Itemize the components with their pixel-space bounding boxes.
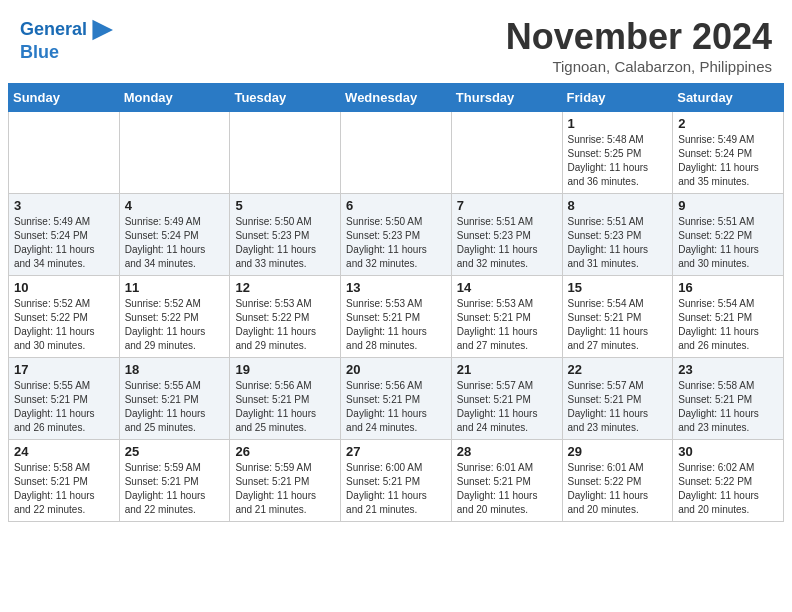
weekday-header: Wednesday [341,84,452,112]
day-number: 22 [568,362,668,377]
day-info: Sunrise: 5:48 AM Sunset: 5:25 PM Dayligh… [568,133,668,189]
calendar-cell [451,112,562,194]
day-number: 13 [346,280,446,295]
day-info: Sunrise: 5:51 AM Sunset: 5:22 PM Dayligh… [678,215,778,271]
weekday-row: SundayMondayTuesdayWednesdayThursdayFrid… [9,84,784,112]
day-number: 30 [678,444,778,459]
day-info: Sunrise: 5:49 AM Sunset: 5:24 PM Dayligh… [125,215,225,271]
day-number: 19 [235,362,335,377]
day-info: Sunrise: 5:52 AM Sunset: 5:22 PM Dayligh… [125,297,225,353]
logo: General Blue [20,16,113,63]
day-number: 3 [14,198,114,213]
day-info: Sunrise: 5:49 AM Sunset: 5:24 PM Dayligh… [678,133,778,189]
day-info: Sunrise: 6:00 AM Sunset: 5:21 PM Dayligh… [346,461,446,517]
day-info: Sunrise: 5:55 AM Sunset: 5:21 PM Dayligh… [14,379,114,435]
day-number: 16 [678,280,778,295]
day-info: Sunrise: 6:01 AM Sunset: 5:22 PM Dayligh… [568,461,668,517]
day-number: 5 [235,198,335,213]
calendar-cell: 23Sunrise: 5:58 AM Sunset: 5:21 PM Dayli… [673,358,784,440]
calendar-cell: 16Sunrise: 5:54 AM Sunset: 5:21 PM Dayli… [673,276,784,358]
logo-icon [89,16,113,44]
calendar-cell: 19Sunrise: 5:56 AM Sunset: 5:21 PM Dayli… [230,358,341,440]
day-info: Sunrise: 5:53 AM Sunset: 5:21 PM Dayligh… [457,297,557,353]
calendar-week-row: 1Sunrise: 5:48 AM Sunset: 5:25 PM Daylig… [9,112,784,194]
calendar-cell: 5Sunrise: 5:50 AM Sunset: 5:23 PM Daylig… [230,194,341,276]
weekday-header: Thursday [451,84,562,112]
day-number: 18 [125,362,225,377]
day-number: 24 [14,444,114,459]
day-number: 7 [457,198,557,213]
logo-text: General [20,20,87,40]
calendar-cell: 30Sunrise: 6:02 AM Sunset: 5:22 PM Dayli… [673,440,784,522]
calendar-table: SundayMondayTuesdayWednesdayThursdayFrid… [8,83,784,522]
calendar-header: SundayMondayTuesdayWednesdayThursdayFrid… [9,84,784,112]
calendar-cell: 20Sunrise: 5:56 AM Sunset: 5:21 PM Dayli… [341,358,452,440]
calendar-week-row: 17Sunrise: 5:55 AM Sunset: 5:21 PM Dayli… [9,358,784,440]
calendar-cell: 29Sunrise: 6:01 AM Sunset: 5:22 PM Dayli… [562,440,673,522]
calendar-cell: 15Sunrise: 5:54 AM Sunset: 5:21 PM Dayli… [562,276,673,358]
day-number: 27 [346,444,446,459]
day-number: 26 [235,444,335,459]
day-info: Sunrise: 5:50 AM Sunset: 5:23 PM Dayligh… [346,215,446,271]
day-info: Sunrise: 5:59 AM Sunset: 5:21 PM Dayligh… [235,461,335,517]
calendar-cell: 9Sunrise: 5:51 AM Sunset: 5:22 PM Daylig… [673,194,784,276]
day-number: 1 [568,116,668,131]
calendar-cell: 7Sunrise: 5:51 AM Sunset: 5:23 PM Daylig… [451,194,562,276]
day-number: 11 [125,280,225,295]
calendar-wrapper: SundayMondayTuesdayWednesdayThursdayFrid… [0,83,792,530]
location: Tignoan, Calabarzon, Philippines [506,58,772,75]
title-section: November 2024 Tignoan, Calabarzon, Phili… [506,16,772,75]
day-number: 20 [346,362,446,377]
day-info: Sunrise: 5:58 AM Sunset: 5:21 PM Dayligh… [678,379,778,435]
calendar-week-row: 3Sunrise: 5:49 AM Sunset: 5:24 PM Daylig… [9,194,784,276]
calendar-cell: 25Sunrise: 5:59 AM Sunset: 5:21 PM Dayli… [119,440,230,522]
weekday-header: Tuesday [230,84,341,112]
day-number: 9 [678,198,778,213]
day-number: 4 [125,198,225,213]
day-info: Sunrise: 5:58 AM Sunset: 5:21 PM Dayligh… [14,461,114,517]
calendar-cell [119,112,230,194]
calendar-cell: 3Sunrise: 5:49 AM Sunset: 5:24 PM Daylig… [9,194,120,276]
calendar-cell: 27Sunrise: 6:00 AM Sunset: 5:21 PM Dayli… [341,440,452,522]
day-number: 21 [457,362,557,377]
calendar-cell: 8Sunrise: 5:51 AM Sunset: 5:23 PM Daylig… [562,194,673,276]
day-number: 14 [457,280,557,295]
day-number: 28 [457,444,557,459]
weekday-header: Sunday [9,84,120,112]
day-number: 15 [568,280,668,295]
calendar-cell [341,112,452,194]
month-title: November 2024 [506,16,772,58]
calendar-cell: 17Sunrise: 5:55 AM Sunset: 5:21 PM Dayli… [9,358,120,440]
calendar-cell: 14Sunrise: 5:53 AM Sunset: 5:21 PM Dayli… [451,276,562,358]
day-number: 6 [346,198,446,213]
day-info: Sunrise: 5:51 AM Sunset: 5:23 PM Dayligh… [568,215,668,271]
calendar-cell: 2Sunrise: 5:49 AM Sunset: 5:24 PM Daylig… [673,112,784,194]
calendar-week-row: 24Sunrise: 5:58 AM Sunset: 5:21 PM Dayli… [9,440,784,522]
calendar-body: 1Sunrise: 5:48 AM Sunset: 5:25 PM Daylig… [9,112,784,522]
day-info: Sunrise: 6:02 AM Sunset: 5:22 PM Dayligh… [678,461,778,517]
day-number: 12 [235,280,335,295]
page-header: General Blue November 2024 Tignoan, Cala… [0,0,792,83]
day-number: 29 [568,444,668,459]
weekday-header: Friday [562,84,673,112]
calendar-cell: 21Sunrise: 5:57 AM Sunset: 5:21 PM Dayli… [451,358,562,440]
day-info: Sunrise: 5:55 AM Sunset: 5:21 PM Dayligh… [125,379,225,435]
day-number: 8 [568,198,668,213]
calendar-cell: 18Sunrise: 5:55 AM Sunset: 5:21 PM Dayli… [119,358,230,440]
day-number: 2 [678,116,778,131]
weekday-header: Saturday [673,84,784,112]
calendar-cell: 11Sunrise: 5:52 AM Sunset: 5:22 PM Dayli… [119,276,230,358]
day-info: Sunrise: 5:56 AM Sunset: 5:21 PM Dayligh… [346,379,446,435]
day-number: 23 [678,362,778,377]
calendar-cell: 22Sunrise: 5:57 AM Sunset: 5:21 PM Dayli… [562,358,673,440]
calendar-cell: 6Sunrise: 5:50 AM Sunset: 5:23 PM Daylig… [341,194,452,276]
day-number: 17 [14,362,114,377]
day-info: Sunrise: 5:57 AM Sunset: 5:21 PM Dayligh… [568,379,668,435]
svg-marker-0 [92,20,113,41]
day-info: Sunrise: 5:57 AM Sunset: 5:21 PM Dayligh… [457,379,557,435]
day-info: Sunrise: 5:50 AM Sunset: 5:23 PM Dayligh… [235,215,335,271]
calendar-cell: 4Sunrise: 5:49 AM Sunset: 5:24 PM Daylig… [119,194,230,276]
calendar-cell: 10Sunrise: 5:52 AM Sunset: 5:22 PM Dayli… [9,276,120,358]
weekday-header: Monday [119,84,230,112]
day-info: Sunrise: 5:59 AM Sunset: 5:21 PM Dayligh… [125,461,225,517]
